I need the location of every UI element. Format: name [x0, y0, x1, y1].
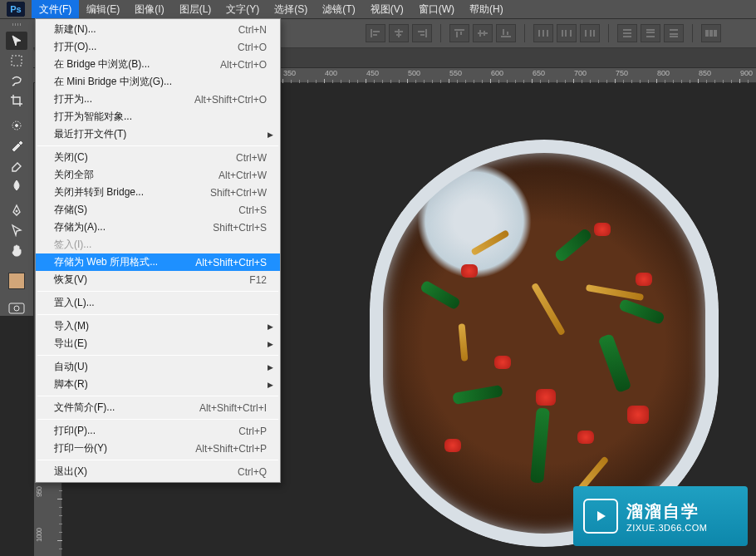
menu-3[interactable]: 图层(L)	[172, 0, 219, 18]
eraser-tool[interactable]	[6, 156, 27, 175]
menu-item-label: 退出(X)	[54, 465, 238, 479]
svg-rect-26	[585, 30, 587, 37]
menu-0[interactable]: 文件(F)	[32, 0, 79, 18]
menu-item-label: 关闭并转到 Bridge...	[54, 185, 210, 199]
distribute-v2-icon[interactable]	[641, 24, 660, 42]
menu-9[interactable]: 帮助(H)	[462, 0, 511, 18]
file-menu-dropdown: 新建(N)...Ctrl+N打开(O)...Ctrl+O在 Bridge 中浏览…	[35, 18, 281, 483]
svg-rect-27	[590, 30, 592, 37]
menu-item-label: 置入(L)...	[54, 296, 267, 310]
align-top-icon[interactable]	[449, 24, 469, 42]
panel-grip-icon[interactable]	[4, 23, 29, 27]
menu-item-label: 导出(E)	[54, 337, 267, 351]
svg-rect-32	[646, 29, 655, 31]
watermark-title: 溜溜自学	[626, 500, 707, 523]
file-menu-item-4[interactable]: 打开为...Alt+Shift+Ctrl+O	[36, 91, 280, 108]
file-menu-item-9[interactable]: 关闭全部Alt+Ctrl+W	[36, 166, 280, 184]
file-menu-item-0[interactable]: 新建(N)...Ctrl+N	[36, 21, 280, 38]
menu-item-label: 打开为智能对象...	[54, 110, 267, 124]
menu-item-shortcut: Ctrl+S	[238, 204, 267, 216]
align-left-icon[interactable]	[366, 24, 385, 42]
file-menu-item-23[interactable]: 脚本(R)▶	[36, 376, 280, 393]
menu-item-label: 打开为...	[54, 92, 194, 106]
menu-item-label: 打印一份(Y)	[54, 441, 195, 455]
tools-panel	[0, 20, 33, 316]
crop-tool[interactable]	[6, 91, 27, 110]
file-menu-item-22[interactable]: 自动(U)▶	[36, 358, 280, 376]
menu-item-label: 关闭(C)	[54, 150, 236, 165]
play-icon	[583, 499, 618, 534]
file-menu-item-14[interactable]: 存储为 Web 所用格式...Alt+Shift+Ctrl+S	[36, 253, 280, 271]
svg-rect-21	[542, 30, 544, 37]
menu-item-shortcut: Ctrl+W	[236, 152, 267, 164]
quickmask-toggle[interactable]	[6, 301, 27, 316]
menu-item-label: 存储为 Web 所用格式...	[54, 255, 195, 269]
file-menu-item-12[interactable]: 存储为(A)...Shift+Ctrl+S	[36, 219, 280, 236]
file-menu-item-25[interactable]: 文件简介(F)...Alt+Shift+Ctrl+I	[36, 399, 280, 416]
menu-item-label: 关闭全部	[54, 168, 218, 182]
healing-brush-tool[interactable]	[6, 116, 27, 135]
svg-point-43	[16, 125, 18, 127]
foreground-color-swatch[interactable]	[8, 273, 25, 289]
distribute-v1-icon[interactable]	[617, 24, 637, 42]
menu-item-shortcut: Alt+Shift+Ctrl+O	[194, 94, 267, 106]
menu-separator	[37, 396, 278, 396]
file-menu-item-15[interactable]: 恢复(V)F12	[36, 271, 280, 288]
lasso-tool[interactable]	[6, 71, 27, 90]
svg-rect-25	[570, 30, 572, 37]
menu-item-shortcut: Ctrl+Q	[238, 466, 267, 478]
menu-7[interactable]: 视图(V)	[363, 0, 411, 18]
distribute-h2-icon[interactable]	[557, 24, 577, 42]
file-menu-item-10[interactable]: 关闭并转到 Bridge...Shift+Ctrl+W	[36, 184, 280, 201]
svg-rect-30	[623, 32, 631, 34]
menu-1[interactable]: 编辑(E)	[79, 0, 127, 18]
menu-separator	[37, 145, 278, 146]
distribute-h3-icon[interactable]	[580, 24, 600, 42]
hand-tool[interactable]	[6, 241, 27, 259]
auto-align-icon[interactable]	[701, 24, 721, 42]
path-select-tool[interactable]	[6, 221, 27, 239]
align-center-h-icon[interactable]	[389, 24, 409, 42]
file-menu-item-3[interactable]: 在 Mini Bridge 中浏览(G)...	[36, 73, 280, 91]
menu-item-shortcut: Alt+Ctrl+W	[218, 170, 267, 181]
align-bottom-icon[interactable]	[496, 24, 516, 42]
file-menu-item-2[interactable]: 在 Bridge 中浏览(B)...Alt+Ctrl+O	[36, 56, 280, 73]
file-menu-item-30[interactable]: 退出(X)Ctrl+Q	[36, 463, 280, 480]
file-menu-item-28[interactable]: 打印一份(Y)Alt+Shift+Ctrl+P	[36, 440, 280, 457]
distribute-h1-icon[interactable]	[533, 24, 553, 42]
menu-8[interactable]: 窗口(W)	[411, 0, 462, 18]
file-menu-item-11[interactable]: 存储(S)Ctrl+S	[36, 201, 280, 219]
svg-rect-15	[479, 30, 481, 37]
marquee-tool[interactable]	[6, 52, 27, 70]
menu-item-label: 存储(S)	[54, 203, 238, 217]
menu-item-label: 在 Mini Bridge 中浏览(G)...	[54, 75, 267, 89]
file-menu-item-1[interactable]: 打开(O)...Ctrl+O	[36, 38, 280, 56]
menu-item-shortcut: Alt+Shift+Ctrl+P	[195, 443, 267, 455]
file-menu-item-27[interactable]: 打印(P)...Ctrl+P	[36, 422, 280, 440]
menu-2[interactable]: 图像(I)	[127, 0, 171, 18]
distribute-v3-icon[interactable]	[664, 24, 684, 42]
file-menu-item-6[interactable]: 最近打开文件(T)▶	[36, 125, 280, 143]
menu-6[interactable]: 滤镜(T)	[315, 0, 362, 18]
align-middle-icon[interactable]	[473, 24, 493, 42]
svg-rect-4	[373, 34, 377, 36]
menu-item-shortcut: Alt+Shift+Ctrl+S	[195, 257, 267, 268]
pen-tool[interactable]	[6, 201, 27, 219]
menu-item-shortcut: F12	[249, 274, 267, 286]
menu-4[interactable]: 文字(Y)	[218, 0, 267, 18]
svg-rect-45	[9, 303, 24, 313]
svg-rect-41	[12, 56, 22, 66]
file-menu-item-17[interactable]: 置入(L)...	[36, 294, 280, 312]
file-menu-item-20[interactable]: 导出(E)▶	[36, 335, 280, 352]
blur-tool[interactable]	[6, 176, 27, 194]
align-right-icon[interactable]	[412, 24, 432, 42]
file-menu-item-8[interactable]: 关闭(C)Ctrl+W	[36, 149, 280, 166]
menu-5[interactable]: 选择(S)	[267, 0, 315, 18]
file-menu-item-5[interactable]: 打开为智能对象...	[36, 108, 280, 125]
move-tool[interactable]	[6, 32, 27, 50]
svg-rect-10	[420, 34, 425, 36]
svg-rect-40	[714, 30, 717, 37]
file-menu-item-19[interactable]: 导入(M)▶	[36, 317, 280, 335]
brush-tool[interactable]	[6, 136, 27, 155]
file-menu-item-13: 签入(I)...	[36, 236, 280, 253]
